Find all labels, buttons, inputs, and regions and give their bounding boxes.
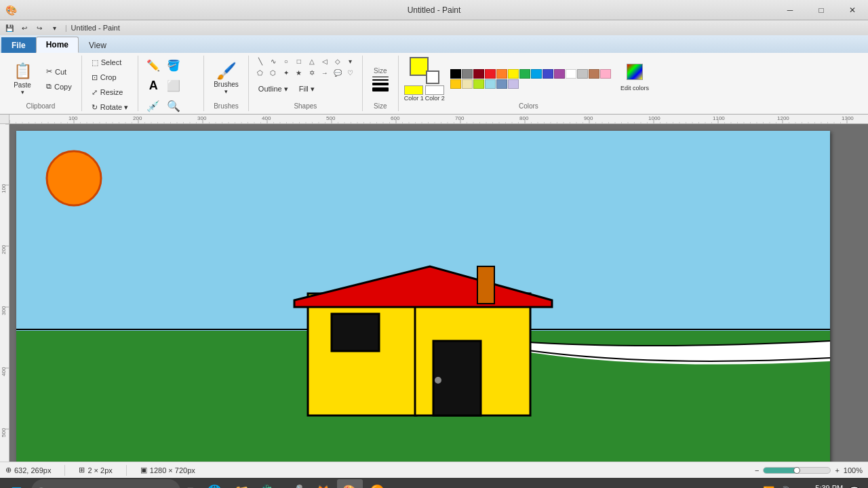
color-cell[interactable] <box>485 79 496 89</box>
paint-taskbar-button[interactable]: 🎨 <box>337 479 363 488</box>
tab-view[interactable]: View <box>79 37 117 53</box>
star5-shape[interactable]: ★ <box>293 67 305 78</box>
search-bar[interactable]: 🔍 Type here to search <box>31 479 180 488</box>
eraser-button[interactable]: ⬜ <box>164 76 183 95</box>
zoom-in-icon[interactable]: + <box>835 466 839 474</box>
star6-shape[interactable]: ✡ <box>306 67 318 78</box>
oval-shape[interactable]: ○ <box>280 56 292 66</box>
edge-button[interactable]: 🌐 <box>201 479 227 488</box>
paint-canvas[interactable] <box>16 131 830 462</box>
qat-redo-button[interactable]: ↪ <box>33 22 46 34</box>
heart-shape[interactable]: ♡ <box>344 67 357 78</box>
arrow-shape[interactable]: → <box>319 67 331 78</box>
fill-style-button[interactable]: Fill ▾ <box>295 82 319 96</box>
canvas-area <box>0 115 868 462</box>
hex-shape[interactable]: ⬡ <box>267 67 279 78</box>
cursor-icon: ⊕ <box>5 466 12 474</box>
color-cell[interactable] <box>554 69 565 79</box>
resize-icon: ⤢ <box>92 88 98 97</box>
orange-app-button[interactable]: 🟠 <box>364 479 390 488</box>
cut-button[interactable]: ✂ Cut <box>42 65 76 79</box>
color-cell[interactable] <box>496 69 507 79</box>
copy-button[interactable]: ⧉ Copy <box>42 80 76 94</box>
outline-button[interactable]: Outline ▾ <box>254 82 292 96</box>
tab-home[interactable]: Home <box>36 37 79 53</box>
selection-size: 2 × 2px <box>87 466 112 474</box>
magnifier-button[interactable]: 🔍 <box>164 96 183 115</box>
color2-swatch[interactable] <box>426 70 439 84</box>
more-shapes[interactable]: ▾ <box>344 56 357 66</box>
star4-shape[interactable]: ✦ <box>280 67 292 78</box>
fill-button[interactable]: 🪣 <box>164 56 183 75</box>
color-cell[interactable] <box>450 69 461 79</box>
resize-button[interactable]: ⤢ Resize <box>87 85 132 99</box>
color2-button[interactable]: Color 2 <box>425 85 445 102</box>
color-cell[interactable] <box>566 69 576 79</box>
crop-button[interactable]: ⊡ Crop <box>87 70 132 84</box>
clock[interactable]: 5:39 PM 12/9/2017 <box>814 484 845 489</box>
rect-shape[interactable]: □ <box>293 56 305 66</box>
rtriangle-shape[interactable]: ◁ <box>319 56 331 66</box>
app-name: Untitled - Paint <box>71 24 120 32</box>
qat-undo-button[interactable]: ↩ <box>18 22 31 34</box>
copy-icon: ⧉ <box>46 82 52 91</box>
start-button[interactable]: ⊞ <box>3 479 30 488</box>
pentagon-shape[interactable]: ⬠ <box>254 67 267 78</box>
cortana-button[interactable]: 🎤 <box>283 479 309 488</box>
color-cell[interactable] <box>542 69 553 79</box>
color-cell[interactable] <box>508 79 519 89</box>
brushes-button[interactable]: 🖌️ Brushes ▾ <box>210 59 243 100</box>
rotate-button[interactable]: ↻ Rotate ▾ <box>87 100 132 114</box>
canvas-scroll-area[interactable] <box>9 124 868 462</box>
cursor-position: 632, 269px <box>14 466 51 474</box>
color-cell[interactable] <box>450 79 461 89</box>
paste-icon: 📋 <box>14 62 32 80</box>
task-view-button[interactable]: ⧉ <box>182 479 200 488</box>
windows-icon: ⊞ <box>11 483 22 488</box>
color-cell[interactable] <box>485 69 496 79</box>
store-button[interactable]: 🛍️ <box>256 479 281 488</box>
zoom-out-icon[interactable]: − <box>755 466 759 474</box>
color-cell[interactable] <box>473 69 484 79</box>
curve-shape[interactable]: ∿ <box>267 56 279 66</box>
select-button[interactable]: ⬚ Select <box>87 56 132 69</box>
size-selector[interactable]: Size <box>368 59 393 100</box>
color-cell[interactable] <box>496 79 507 89</box>
size-6px <box>372 87 389 92</box>
maximize-button[interactable]: □ <box>806 0 837 20</box>
brushes-icon: 🖌️ <box>216 62 237 81</box>
tab-file[interactable]: File <box>1 37 36 53</box>
color-cell[interactable] <box>531 69 542 79</box>
qat-save-button[interactable]: 💾 <box>3 22 16 34</box>
color-picker-button[interactable]: 💉 <box>144 96 163 115</box>
explorer-button[interactable]: 📁 <box>229 479 254 488</box>
paste-button[interactable]: 📋 Paste ▾ <box>5 59 39 100</box>
minimize-button[interactable]: ─ <box>774 0 806 20</box>
color-cell[interactable] <box>462 69 473 79</box>
image-group: ⬚ Select ⊡ Crop ⤢ Resize ↻ Rotate ▾ <box>82 56 138 111</box>
colors-group: Color 1 Color 2 Edit c <box>399 56 658 111</box>
pencil-button[interactable]: ✏️ <box>144 56 163 75</box>
line-shape[interactable]: ╲ <box>254 56 267 66</box>
color-cell[interactable] <box>508 69 519 79</box>
color-cell[interactable] <box>462 79 473 89</box>
ribbon-content: 📋 Paste ▾ ✂ Cut ⧉ Copy Clipboard <box>0 53 868 114</box>
color-cell[interactable] <box>577 69 588 79</box>
firefox-button[interactable]: 🦊 <box>310 479 336 488</box>
window-controls: ─ □ ✕ <box>774 0 868 20</box>
edit-colors-button[interactable]: Edit colors <box>616 81 653 95</box>
close-button[interactable]: ✕ <box>837 0 868 20</box>
edit-colors-swatch[interactable] <box>627 64 643 80</box>
text-button[interactable]: A <box>144 76 163 95</box>
color-cell[interactable] <box>589 69 599 79</box>
color-cell[interactable] <box>600 69 611 79</box>
quick-access-toolbar: 💾 ↩ ↪ ▾ | Untitled - Paint <box>0 20 868 35</box>
color1-button[interactable]: Color 1 <box>404 85 424 102</box>
color-cell[interactable] <box>473 79 484 89</box>
color-cell[interactable] <box>519 69 530 79</box>
callout-shape[interactable]: 💬 <box>332 67 344 78</box>
diamond-shape[interactable]: ◇ <box>332 56 344 66</box>
zoom-slider[interactable] <box>763 467 831 474</box>
qat-dropdown-button[interactable]: ▾ <box>47 22 61 34</box>
triangle-shape[interactable]: △ <box>306 56 318 66</box>
